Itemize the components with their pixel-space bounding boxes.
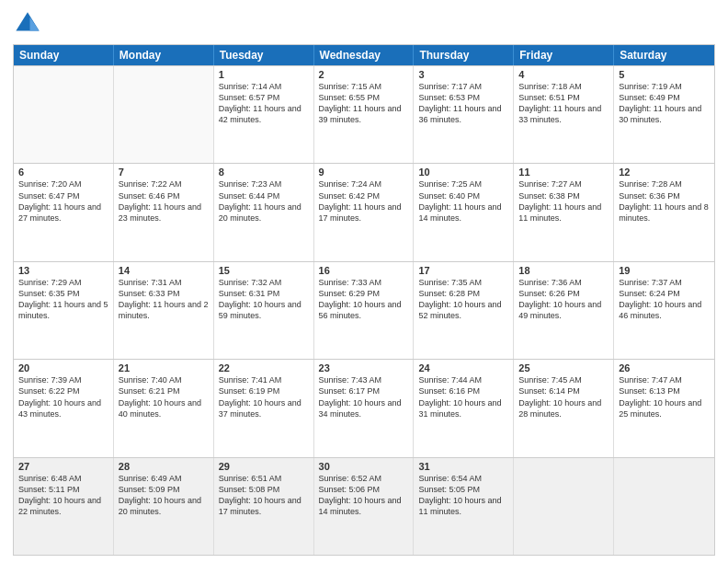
calendar-cell: [14, 66, 114, 163]
day-number: 10: [418, 167, 508, 178]
day-info: Sunrise: 7:47 AM Sunset: 6:13 PM Dayligh…: [619, 374, 710, 419]
day-number: 1: [219, 69, 309, 80]
calendar-header-cell: Monday: [114, 45, 214, 65]
calendar-cell: 29Sunrise: 6:51 AM Sunset: 5:08 PM Dayli…: [214, 458, 314, 555]
calendar-week: 1Sunrise: 7:14 AM Sunset: 6:57 PM Daylig…: [14, 65, 714, 163]
calendar-cell: 15Sunrise: 7:32 AM Sunset: 6:31 PM Dayli…: [214, 262, 314, 359]
day-number: 25: [518, 362, 609, 373]
calendar-header-cell: Wednesday: [314, 45, 415, 65]
day-number: 8: [219, 167, 309, 178]
day-info: Sunrise: 6:52 AM Sunset: 5:06 PM Dayligh…: [319, 473, 409, 518]
calendar-cell: 7Sunrise: 7:22 AM Sunset: 6:46 PM Daylig…: [114, 164, 214, 260]
calendar-cell: 27Sunrise: 6:48 AM Sunset: 5:11 PM Dayli…: [14, 458, 114, 555]
day-number: 4: [518, 69, 609, 80]
calendar-header-cell: Thursday: [414, 45, 514, 65]
day-info: Sunrise: 7:14 AM Sunset: 6:57 PM Dayligh…: [219, 81, 309, 126]
calendar-header-row: SundayMondayTuesdayWednesdayThursdayFrid…: [14, 45, 714, 65]
day-number: 31: [418, 461, 508, 472]
day-number: 12: [619, 167, 710, 178]
day-info: Sunrise: 6:49 AM Sunset: 5:09 PM Dayligh…: [119, 473, 209, 518]
day-number: 30: [319, 461, 409, 472]
calendar-week: 13Sunrise: 7:29 AM Sunset: 6:35 PM Dayli…: [14, 261, 714, 359]
calendar-header-cell: Saturday: [614, 45, 714, 65]
calendar-body: 1Sunrise: 7:14 AM Sunset: 6:57 PM Daylig…: [14, 65, 714, 555]
day-number: 24: [418, 362, 508, 373]
day-info: Sunrise: 7:18 AM Sunset: 6:51 PM Dayligh…: [518, 81, 609, 126]
day-number: 28: [119, 461, 209, 472]
day-number: 6: [18, 167, 108, 178]
calendar-cell: 6Sunrise: 7:20 AM Sunset: 6:47 PM Daylig…: [14, 164, 114, 260]
day-number: 19: [619, 265, 710, 276]
day-number: 21: [119, 362, 209, 373]
header: [13, 9, 715, 39]
calendar-cell: 21Sunrise: 7:40 AM Sunset: 6:21 PM Dayli…: [114, 360, 214, 456]
day-info: Sunrise: 7:33 AM Sunset: 6:29 PM Dayligh…: [319, 277, 409, 322]
day-number: 16: [319, 265, 409, 276]
calendar-cell: 2Sunrise: 7:15 AM Sunset: 6:55 PM Daylig…: [314, 66, 415, 163]
day-number: 20: [18, 362, 108, 373]
day-info: Sunrise: 7:31 AM Sunset: 6:33 PM Dayligh…: [119, 277, 209, 322]
day-info: Sunrise: 7:17 AM Sunset: 6:53 PM Dayligh…: [418, 81, 508, 126]
day-info: Sunrise: 7:36 AM Sunset: 6:26 PM Dayligh…: [518, 277, 609, 322]
day-info: Sunrise: 7:41 AM Sunset: 6:19 PM Dayligh…: [219, 374, 309, 419]
calendar-header-cell: Friday: [514, 45, 614, 65]
day-number: 14: [119, 265, 209, 276]
calendar-cell: 12Sunrise: 7:28 AM Sunset: 6:36 PM Dayli…: [614, 164, 714, 260]
calendar-cell: 22Sunrise: 7:41 AM Sunset: 6:19 PM Dayli…: [214, 360, 314, 456]
day-info: Sunrise: 7:44 AM Sunset: 6:16 PM Dayligh…: [418, 374, 508, 419]
day-info: Sunrise: 7:43 AM Sunset: 6:17 PM Dayligh…: [319, 374, 409, 419]
calendar-cell: [114, 66, 214, 163]
calendar-cell: 25Sunrise: 7:45 AM Sunset: 6:14 PM Dayli…: [514, 360, 614, 456]
calendar-cell: 5Sunrise: 7:19 AM Sunset: 6:49 PM Daylig…: [614, 66, 714, 163]
calendar-cell: 13Sunrise: 7:29 AM Sunset: 6:35 PM Dayli…: [14, 262, 114, 359]
day-info: Sunrise: 7:20 AM Sunset: 6:47 PM Dayligh…: [18, 178, 108, 224]
day-info: Sunrise: 6:48 AM Sunset: 5:11 PM Dayligh…: [18, 473, 108, 518]
calendar-cell: 1Sunrise: 7:14 AM Sunset: 6:57 PM Daylig…: [214, 66, 314, 163]
day-info: Sunrise: 7:28 AM Sunset: 6:36 PM Dayligh…: [619, 178, 710, 224]
page: SundayMondayTuesdayWednesdayThursdayFrid…: [0, 0, 728, 563]
day-info: Sunrise: 7:15 AM Sunset: 6:55 PM Dayligh…: [319, 81, 409, 126]
calendar-cell: [614, 458, 714, 555]
day-number: 2: [319, 69, 409, 80]
day-info: Sunrise: 7:22 AM Sunset: 6:46 PM Dayligh…: [119, 178, 209, 224]
day-info: Sunrise: 7:39 AM Sunset: 6:22 PM Dayligh…: [18, 374, 108, 419]
svg-marker-1: [30, 17, 40, 30]
day-info: Sunrise: 7:19 AM Sunset: 6:49 PM Dayligh…: [619, 81, 710, 126]
day-info: Sunrise: 7:40 AM Sunset: 6:21 PM Dayligh…: [119, 374, 209, 419]
calendar-cell: 26Sunrise: 7:47 AM Sunset: 6:13 PM Dayli…: [614, 360, 714, 456]
day-number: 7: [119, 167, 209, 178]
day-number: 13: [18, 265, 108, 276]
day-number: 26: [619, 362, 710, 373]
day-info: Sunrise: 7:37 AM Sunset: 6:24 PM Dayligh…: [619, 277, 710, 322]
day-number: 11: [518, 167, 609, 178]
day-info: Sunrise: 6:54 AM Sunset: 5:05 PM Dayligh…: [418, 473, 508, 518]
day-info: Sunrise: 7:35 AM Sunset: 6:28 PM Dayligh…: [418, 277, 508, 322]
calendar-cell: 31Sunrise: 6:54 AM Sunset: 5:05 PM Dayli…: [414, 458, 514, 555]
calendar-cell: 24Sunrise: 7:44 AM Sunset: 6:16 PM Dayli…: [414, 360, 514, 456]
day-info: Sunrise: 7:45 AM Sunset: 6:14 PM Dayligh…: [518, 374, 609, 419]
day-number: 22: [219, 362, 309, 373]
day-info: Sunrise: 6:51 AM Sunset: 5:08 PM Dayligh…: [219, 473, 309, 518]
day-number: 17: [418, 265, 508, 276]
calendar-week: 20Sunrise: 7:39 AM Sunset: 6:22 PM Dayli…: [14, 359, 714, 456]
calendar-header-cell: Sunday: [14, 45, 114, 65]
day-info: Sunrise: 7:24 AM Sunset: 6:42 PM Dayligh…: [319, 178, 409, 224]
day-number: 23: [319, 362, 409, 373]
calendar-cell: 23Sunrise: 7:43 AM Sunset: 6:17 PM Dayli…: [314, 360, 415, 456]
logo: [13, 9, 44, 39]
calendar-cell: 9Sunrise: 7:24 AM Sunset: 6:42 PM Daylig…: [314, 164, 415, 260]
day-number: 5: [619, 69, 710, 80]
calendar-cell: 11Sunrise: 7:27 AM Sunset: 6:38 PM Dayli…: [514, 164, 614, 260]
day-info: Sunrise: 7:32 AM Sunset: 6:31 PM Dayligh…: [219, 277, 309, 322]
calendar-cell: 3Sunrise: 7:17 AM Sunset: 6:53 PM Daylig…: [414, 66, 514, 163]
day-number: 27: [18, 461, 108, 472]
calendar-week: 6Sunrise: 7:20 AM Sunset: 6:47 PM Daylig…: [14, 163, 714, 260]
day-number: 29: [219, 461, 309, 472]
day-number: 3: [418, 69, 508, 80]
calendar-cell: 20Sunrise: 7:39 AM Sunset: 6:22 PM Dayli…: [14, 360, 114, 456]
day-number: 18: [518, 265, 609, 276]
calendar-cell: 8Sunrise: 7:23 AM Sunset: 6:44 PM Daylig…: [214, 164, 314, 260]
day-number: 15: [219, 265, 309, 276]
calendar-cell: 18Sunrise: 7:36 AM Sunset: 6:26 PM Dayli…: [514, 262, 614, 359]
calendar-cell: 16Sunrise: 7:33 AM Sunset: 6:29 PM Dayli…: [314, 262, 415, 359]
